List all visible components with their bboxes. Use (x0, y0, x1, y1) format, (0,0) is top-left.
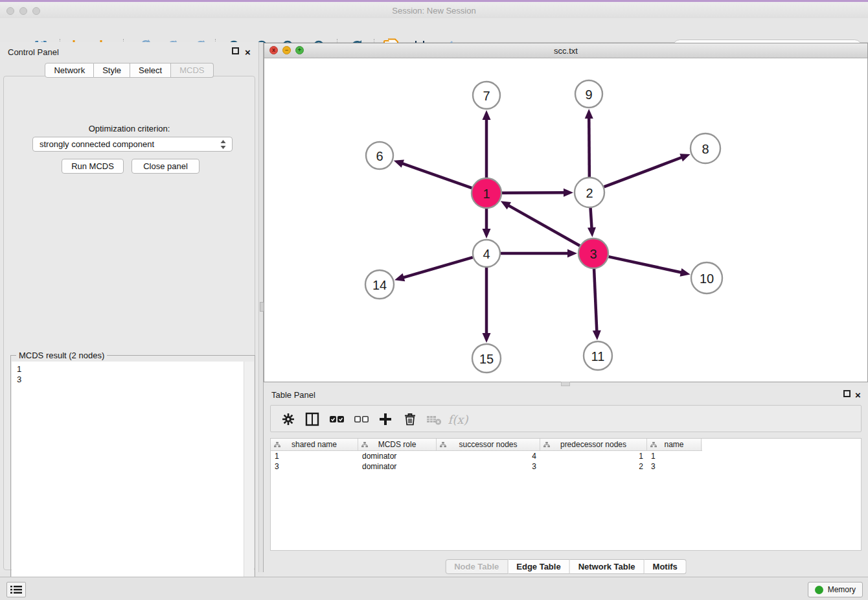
control-panel-title: Control Panel (8, 47, 59, 57)
divider-grip[interactable] (561, 382, 570, 386)
tab-network-table[interactable]: Network Table (570, 559, 645, 574)
table-cell[interactable]: dominator (358, 461, 437, 472)
mcds-result-text: 1 3 (12, 362, 244, 599)
show-columns-icon[interactable] (304, 411, 320, 427)
network-canvas[interactable]: 7968124314101511 (264, 58, 867, 382)
memory-button[interactable]: Memory (808, 582, 863, 597)
column-header-name[interactable]: name (647, 439, 702, 450)
network-frame-titlebar: x – + scc.txt (264, 43, 867, 58)
table-cell[interactable]: 1 (647, 451, 702, 461)
column-header-successor-nodes[interactable]: successor nodes (437, 439, 540, 450)
graph-node-label-14: 14 (372, 278, 387, 292)
edge-arrowhead (564, 189, 573, 197)
status-bar: Memory (0, 577, 868, 600)
close-panel-button[interactable]: Close panel (131, 159, 200, 174)
tab-node-table[interactable]: Node Table (445, 559, 508, 574)
table-cell[interactable]: 3 (647, 461, 702, 472)
edge-arrowhead (567, 249, 577, 258)
window-title: Session: New Session (0, 6, 868, 16)
tab-style[interactable]: Style (94, 63, 130, 78)
graph-node-label-8: 8 (702, 142, 709, 156)
edge-arrowhead (593, 330, 601, 340)
memory-status-dot (815, 586, 823, 594)
run-mcds-button[interactable]: Run MCDS (62, 159, 124, 174)
tab-edge-table[interactable]: Edge Table (508, 559, 569, 574)
graph-edge-2-3 (591, 208, 592, 229)
function-builder-icon: f(x) (450, 411, 466, 427)
graph-node-label-9: 9 (585, 87, 592, 102)
float-panel-icon[interactable] (232, 47, 240, 55)
close-table-panel-icon[interactable]: × (855, 389, 863, 398)
criterion-dropdown[interactable]: strongly connected component (32, 137, 233, 152)
column-header-predecessor-nodes[interactable]: predecessor nodes (540, 439, 647, 450)
memory-label: Memory (828, 585, 856, 594)
network-frame-title: scc.txt (264, 46, 867, 56)
node-table: shared nameMCDS rolesuccessor nodesprede… (270, 438, 862, 551)
table-cell[interactable]: 3 (271, 461, 358, 472)
delete-table-icon (426, 411, 442, 427)
table-body: 1dominator4113dominator323 (271, 451, 861, 472)
column-header-shared-name[interactable]: shared name (271, 439, 358, 450)
mcds-result-box: MCDS result (2 nodes) 1 3 (10, 355, 255, 600)
network-frame: x – + scc.txt 7968124314101511 (264, 43, 868, 382)
graph-node-label-7: 7 (483, 89, 490, 103)
control-panel: Control Panel × NetworkStyleSelectMCDS O… (0, 42, 258, 572)
graph-node-label-11: 11 (591, 349, 605, 363)
mcds-result-title: MCDS result (2 nodes) (16, 351, 107, 360)
tab-select[interactable]: Select (130, 63, 171, 78)
table-cell[interactable]: 1 (540, 451, 647, 461)
graph-edge-1-6 (402, 163, 472, 188)
graph-edge-3-11 (594, 269, 597, 332)
table-cell[interactable]: 2 (540, 461, 647, 472)
panel-divider[interactable] (258, 42, 264, 572)
fx-label: f(x) (448, 413, 468, 426)
select-all-rows-icon[interactable] (329, 411, 345, 427)
tab-network[interactable]: Network (45, 63, 94, 78)
float-table-panel-icon[interactable] (843, 389, 852, 398)
edge-arrowhead (680, 268, 691, 277)
graph-edge-3-1 (508, 205, 580, 246)
result-scrollbar[interactable] (244, 362, 254, 599)
table-cell[interactable]: 1 (271, 451, 358, 461)
graph-edge-4-14 (403, 257, 473, 278)
task-history-button[interactable] (6, 582, 26, 597)
delete-row-icon[interactable] (402, 411, 418, 427)
table-header-row: shared nameMCDS rolesuccessor nodesprede… (271, 439, 702, 451)
graph-edge-3-10 (608, 257, 681, 273)
mcds-panel: Optimization criterion: strongly connect… (3, 76, 255, 570)
close-panel-icon[interactable]: × (245, 47, 253, 55)
tab-motifs[interactable]: Motifs (645, 559, 687, 574)
edge-arrowhead (680, 154, 690, 161)
graph-node-label-15: 15 (479, 352, 494, 366)
table-settings-icon[interactable] (280, 411, 296, 427)
deselect-all-rows-icon[interactable] (354, 411, 369, 427)
graph-node-label-6: 6 (376, 149, 383, 163)
list-icon (10, 585, 22, 594)
table-cell[interactable]: 3 (437, 461, 540, 472)
tab-mcds[interactable]: MCDS (171, 63, 213, 78)
table-cell[interactable]: dominator (358, 451, 437, 461)
add-row-icon[interactable] (378, 411, 393, 427)
graph-edge-2-9 (589, 117, 589, 177)
main-toolbar (0, 18, 868, 43)
optimization-criterion-label: Optimization criterion: (4, 124, 255, 133)
edge-arrowhead (483, 110, 491, 120)
graph-edge-1-2 (502, 192, 565, 193)
edge-arrowhead (585, 109, 593, 119)
table-toolbar: f(x) (270, 405, 862, 432)
edge-arrowhead (588, 227, 596, 237)
graph-node-label-10: 10 (700, 271, 714, 286)
control-panel-tabs: NetworkStyleSelectMCDS (0, 63, 258, 78)
graph-edge-2-8 (604, 157, 682, 187)
table-row[interactable]: 1dominator411 (271, 451, 861, 461)
table-cell[interactable]: 4 (437, 451, 540, 461)
graph-node-label-2: 2 (586, 186, 593, 200)
application-window: Session: New Session (0, 0, 868, 600)
table-row[interactable]: 3dominator323 (271, 461, 861, 472)
graph-node-label-1: 1 (483, 187, 490, 201)
dropdown-stepper-icon (220, 139, 227, 150)
column-header-MCDS-role[interactable]: MCDS role (358, 439, 437, 450)
edge-arrowhead (483, 229, 491, 238)
titlebar: Session: New Session (0, 2, 868, 18)
graph-node-label-4: 4 (483, 247, 490, 261)
